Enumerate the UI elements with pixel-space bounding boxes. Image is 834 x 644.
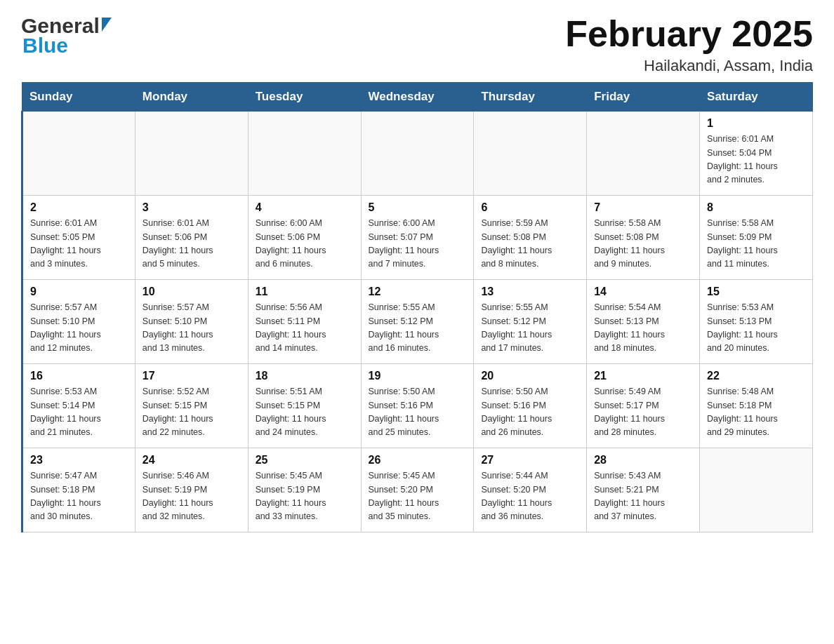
calendar-cell: 17Sunrise: 5:52 AM Sunset: 5:15 PM Dayli… bbox=[135, 364, 248, 448]
day-info: Sunrise: 5:53 AM Sunset: 5:14 PM Dayligh… bbox=[30, 387, 101, 437]
calendar-cell: 5Sunrise: 6:00 AM Sunset: 5:07 PM Daylig… bbox=[361, 196, 474, 280]
calendar-week-5: 23Sunrise: 5:47 AM Sunset: 5:18 PM Dayli… bbox=[22, 448, 813, 532]
day-number: 19 bbox=[369, 370, 467, 382]
location-title: Hailakandi, Assam, India bbox=[565, 57, 813, 75]
day-number: 14 bbox=[594, 286, 692, 298]
day-number: 7 bbox=[594, 201, 692, 214]
calendar-cell: 1Sunrise: 6:01 AM Sunset: 5:04 PM Daylig… bbox=[700, 112, 813, 196]
day-number: 28 bbox=[594, 454, 692, 467]
day-info: Sunrise: 5:43 AM Sunset: 5:21 PM Dayligh… bbox=[594, 471, 665, 521]
calendar-cell: 15Sunrise: 5:53 AM Sunset: 5:13 PM Dayli… bbox=[700, 280, 813, 364]
calendar-cell bbox=[474, 112, 587, 196]
day-info: Sunrise: 5:47 AM Sunset: 5:18 PM Dayligh… bbox=[30, 471, 101, 521]
calendar-cell: 3Sunrise: 6:01 AM Sunset: 5:06 PM Daylig… bbox=[135, 196, 248, 280]
day-info: Sunrise: 5:55 AM Sunset: 5:12 PM Dayligh… bbox=[369, 302, 439, 353]
day-info: Sunrise: 5:53 AM Sunset: 5:13 PM Dayligh… bbox=[707, 302, 778, 353]
day-number: 15 bbox=[707, 286, 805, 298]
calendar-cell: 19Sunrise: 5:50 AM Sunset: 5:16 PM Dayli… bbox=[361, 364, 474, 448]
day-info: Sunrise: 5:52 AM Sunset: 5:15 PM Dayligh… bbox=[143, 387, 213, 437]
day-number: 13 bbox=[481, 286, 579, 298]
day-number: 5 bbox=[369, 201, 467, 214]
day-info: Sunrise: 5:56 AM Sunset: 5:11 PM Dayligh… bbox=[256, 302, 326, 353]
page-header: General Blue February 2025 Hailakandi, A… bbox=[21, 14, 813, 75]
day-number: 16 bbox=[30, 370, 128, 382]
calendar-table: SundayMondayTuesdayWednesdayThursdayFrid… bbox=[21, 82, 813, 532]
day-info: Sunrise: 6:00 AM Sunset: 5:06 PM Dayligh… bbox=[256, 218, 326, 269]
calendar-cell: 11Sunrise: 5:56 AM Sunset: 5:11 PM Dayli… bbox=[248, 280, 361, 364]
calendar-cell bbox=[22, 112, 135, 196]
day-number: 4 bbox=[256, 201, 354, 214]
logo-triangle-icon bbox=[102, 18, 112, 32]
day-number: 27 bbox=[481, 454, 579, 467]
day-info: Sunrise: 5:44 AM Sunset: 5:20 PM Dayligh… bbox=[481, 471, 552, 521]
logo: General Blue bbox=[21, 14, 112, 58]
day-info: Sunrise: 5:59 AM Sunset: 5:08 PM Dayligh… bbox=[481, 218, 552, 269]
calendar-cell: 12Sunrise: 5:55 AM Sunset: 5:12 PM Dayli… bbox=[361, 280, 474, 364]
day-number: 23 bbox=[30, 454, 128, 467]
day-info: Sunrise: 5:46 AM Sunset: 5:19 PM Dayligh… bbox=[143, 471, 213, 521]
day-number: 25 bbox=[256, 454, 354, 467]
calendar-cell: 26Sunrise: 5:45 AM Sunset: 5:20 PM Dayli… bbox=[361, 448, 474, 532]
calendar-cell: 14Sunrise: 5:54 AM Sunset: 5:13 PM Dayli… bbox=[587, 280, 700, 364]
calendar-cell bbox=[135, 112, 248, 196]
day-info: Sunrise: 5:45 AM Sunset: 5:20 PM Dayligh… bbox=[369, 471, 439, 521]
calendar-cell: 25Sunrise: 5:45 AM Sunset: 5:19 PM Dayli… bbox=[248, 448, 361, 532]
day-number: 24 bbox=[143, 454, 241, 467]
day-number: 22 bbox=[707, 370, 805, 382]
day-number: 12 bbox=[369, 286, 467, 298]
calendar-cell bbox=[587, 112, 700, 196]
day-info: Sunrise: 6:01 AM Sunset: 5:04 PM Dayligh… bbox=[707, 134, 778, 185]
calendar-cell bbox=[248, 112, 361, 196]
day-header-thursday: Thursday bbox=[474, 83, 587, 112]
day-info: Sunrise: 5:49 AM Sunset: 5:17 PM Dayligh… bbox=[594, 387, 665, 437]
day-info: Sunrise: 5:58 AM Sunset: 5:08 PM Dayligh… bbox=[594, 218, 665, 269]
day-number: 3 bbox=[143, 201, 241, 214]
title-section: February 2025 Hailakandi, Assam, India bbox=[565, 14, 813, 75]
calendar-header-row: SundayMondayTuesdayWednesdayThursdayFrid… bbox=[22, 83, 813, 112]
day-header-monday: Monday bbox=[135, 83, 248, 112]
calendar-cell bbox=[700, 448, 813, 532]
day-info: Sunrise: 6:01 AM Sunset: 5:05 PM Dayligh… bbox=[30, 218, 101, 269]
day-number: 1 bbox=[707, 117, 805, 130]
day-number: 11 bbox=[256, 286, 354, 298]
day-info: Sunrise: 6:01 AM Sunset: 5:06 PM Dayligh… bbox=[143, 218, 213, 269]
logo-blue-text: Blue bbox=[22, 34, 112, 58]
calendar-cell: 22Sunrise: 5:48 AM Sunset: 5:18 PM Dayli… bbox=[700, 364, 813, 448]
day-info: Sunrise: 5:58 AM Sunset: 5:09 PM Dayligh… bbox=[707, 218, 778, 269]
calendar-week-4: 16Sunrise: 5:53 AM Sunset: 5:14 PM Dayli… bbox=[22, 364, 813, 448]
day-number: 18 bbox=[256, 370, 354, 382]
day-number: 26 bbox=[369, 454, 467, 467]
day-info: Sunrise: 5:50 AM Sunset: 5:16 PM Dayligh… bbox=[369, 387, 439, 437]
day-header-friday: Friday bbox=[587, 83, 700, 112]
day-number: 8 bbox=[707, 201, 805, 214]
day-info: Sunrise: 5:45 AM Sunset: 5:19 PM Dayligh… bbox=[256, 471, 326, 521]
day-header-tuesday: Tuesday bbox=[248, 83, 361, 112]
month-title: February 2025 bbox=[565, 14, 813, 54]
calendar-cell: 8Sunrise: 5:58 AM Sunset: 5:09 PM Daylig… bbox=[700, 196, 813, 280]
calendar-cell: 2Sunrise: 6:01 AM Sunset: 5:05 PM Daylig… bbox=[22, 196, 135, 280]
calendar-cell: 4Sunrise: 6:00 AM Sunset: 5:06 PM Daylig… bbox=[248, 196, 361, 280]
calendar-cell: 10Sunrise: 5:57 AM Sunset: 5:10 PM Dayli… bbox=[135, 280, 248, 364]
calendar-cell: 16Sunrise: 5:53 AM Sunset: 5:14 PM Dayli… bbox=[22, 364, 135, 448]
calendar-cell: 7Sunrise: 5:58 AM Sunset: 5:08 PM Daylig… bbox=[587, 196, 700, 280]
calendar-cell bbox=[361, 112, 474, 196]
day-number: 20 bbox=[481, 370, 579, 382]
day-number: 2 bbox=[30, 201, 128, 214]
day-info: Sunrise: 5:50 AM Sunset: 5:16 PM Dayligh… bbox=[481, 387, 552, 437]
calendar-week-1: 1Sunrise: 6:01 AM Sunset: 5:04 PM Daylig… bbox=[22, 112, 813, 196]
calendar-cell: 27Sunrise: 5:44 AM Sunset: 5:20 PM Dayli… bbox=[474, 448, 587, 532]
day-number: 21 bbox=[594, 370, 692, 382]
day-info: Sunrise: 5:48 AM Sunset: 5:18 PM Dayligh… bbox=[707, 387, 778, 437]
calendar-cell: 23Sunrise: 5:47 AM Sunset: 5:18 PM Dayli… bbox=[22, 448, 135, 532]
day-info: Sunrise: 5:54 AM Sunset: 5:13 PM Dayligh… bbox=[594, 302, 665, 353]
day-info: Sunrise: 5:57 AM Sunset: 5:10 PM Dayligh… bbox=[143, 302, 213, 353]
calendar-cell: 28Sunrise: 5:43 AM Sunset: 5:21 PM Dayli… bbox=[587, 448, 700, 532]
calendar-cell: 20Sunrise: 5:50 AM Sunset: 5:16 PM Dayli… bbox=[474, 364, 587, 448]
day-number: 9 bbox=[30, 286, 128, 298]
calendar-week-3: 9Sunrise: 5:57 AM Sunset: 5:10 PM Daylig… bbox=[22, 280, 813, 364]
day-header-wednesday: Wednesday bbox=[361, 83, 474, 112]
day-info: Sunrise: 5:51 AM Sunset: 5:15 PM Dayligh… bbox=[256, 387, 326, 437]
day-number: 17 bbox=[143, 370, 241, 382]
calendar-cell: 24Sunrise: 5:46 AM Sunset: 5:19 PM Dayli… bbox=[135, 448, 248, 532]
calendar-cell: 13Sunrise: 5:55 AM Sunset: 5:12 PM Dayli… bbox=[474, 280, 587, 364]
